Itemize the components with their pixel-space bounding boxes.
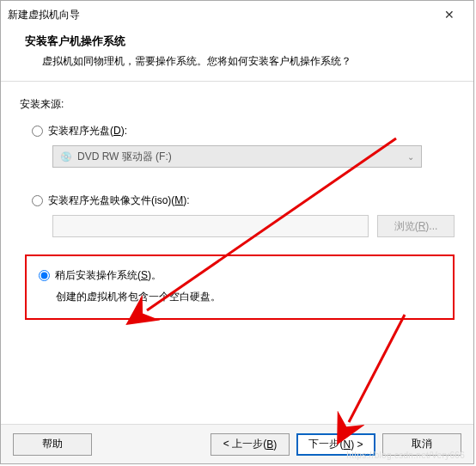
radio-disc[interactable] [32,126,43,137]
chevron-down-icon: ⌄ [407,152,414,162]
disc-dropdown-value: DVD RW 驱动器 (F:) [77,150,172,164]
back-button[interactable]: < 上一步(B) [211,433,290,456]
radio-later-label[interactable]: 稍后安装操作系统(S)。 [55,268,162,283]
help-button[interactable]: 帮助 [13,433,92,456]
source-label: 安装来源: [20,97,455,112]
highlight-annotation: 稍后安装操作系统(S)。 创建的虚拟机将包含一个空白硬盘。 [25,254,455,320]
radio-disc-label[interactable]: 安装程序光盘(D): [48,124,127,138]
page-title: 安装客户机操作系统 [25,34,456,49]
cancel-button[interactable]: 取消 [382,433,461,456]
page-subtitle: 虚拟机如同物理机，需要操作系统。您将如何安装客户机操作系统？ [25,54,456,69]
later-description: 创建的虚拟机将包含一个空白硬盘。 [56,290,441,304]
browse-button: 浏览(R)... [377,215,455,237]
close-icon: ✕ [444,8,455,21]
disc-icon: 💿 [60,151,72,162]
next-button[interactable]: 下一步(N) > [296,433,375,456]
disc-dropdown[interactable]: 💿 DVD RW 驱动器 (F:) ⌄ [52,145,422,168]
radio-iso[interactable] [32,195,43,206]
svg-line-1 [349,315,405,422]
radio-later[interactable] [39,270,50,281]
window-title: 新建虚拟机向导 [8,8,432,22]
iso-path-input[interactable] [52,215,369,237]
radio-iso-label[interactable]: 安装程序光盘映像文件(iso)(M): [48,193,190,208]
close-button[interactable]: ✕ [432,3,467,27]
